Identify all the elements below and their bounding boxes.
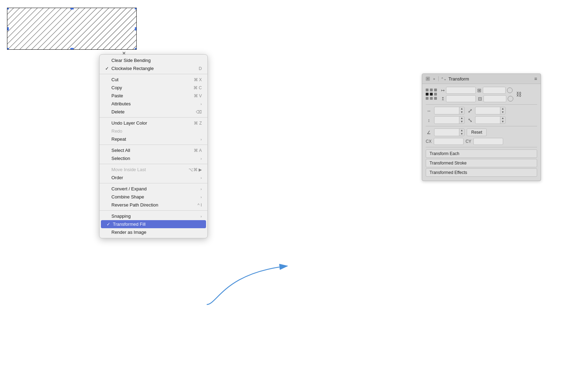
menu-item-right: ⌘ X [194, 77, 202, 82]
menu-item-redo[interactable]: Redo [100, 127, 207, 135]
x-input[interactable]: 850,22 mm [446, 87, 476, 94]
menu-item-reverse-path-direction[interactable]: Reverse Path Direction^ I [100, 201, 207, 209]
selection-handle-br[interactable] [135, 48, 137, 50]
menu-item-convert-expand[interactable]: Convert / Expand› [100, 185, 207, 193]
y-input[interactable]: 470,31 mm [446, 95, 476, 102]
menu-separator [100, 183, 207, 183]
menu-separator [100, 117, 207, 118]
menu-item-right: › [200, 176, 202, 180]
cy-label: CY [466, 139, 472, 144]
scale-y-input[interactable]: -48,34% [434, 117, 459, 123]
menu-item-text: Paste [111, 93, 123, 98]
menu-separator [100, 164, 207, 164]
menu-item-transformed-fill[interactable]: ✓Transformed Fill [101, 220, 206, 228]
scale-x-input[interactable]: 45,71% [434, 107, 459, 114]
scale-x-down[interactable]: ▼ [459, 111, 464, 114]
selection-handle-tl[interactable] [7, 8, 9, 9]
scale-x-up[interactable]: ▲ [459, 107, 464, 111]
panel-header: × » ⌃⌄ Transform ≡ [422, 74, 541, 84]
cx-input[interactable]: 850,22 mm [434, 138, 464, 145]
selection-handle-bm[interactable] [70, 48, 74, 50]
anchor-dot-6[interactable] [426, 97, 429, 100]
selection-handle-ml[interactable] [7, 27, 9, 30]
w-input[interactable]: 46,36 mm [483, 87, 506, 94]
menu-item-clockwise-rectangle[interactable]: ✓Clockwise RectangleD [100, 64, 207, 72]
angle-icon: ∠ [426, 130, 432, 135]
scale-y-up[interactable]: ▲ [459, 117, 464, 120]
anchor-dot-1[interactable] [430, 89, 433, 91]
menu-item-paste[interactable]: Paste⌘ V [100, 92, 207, 100]
menu-item-check-clockwise-rectangle: ✓ [105, 66, 110, 71]
anchor-dot-2[interactable] [434, 89, 437, 91]
menu-item-repeat[interactable]: Repeat› [100, 135, 207, 143]
transform-each-button[interactable]: Transform Each [426, 149, 537, 158]
menu-item-order[interactable]: Order› [100, 174, 207, 182]
angle-spinner[interactable]: ▲ ▼ [459, 129, 464, 136]
skew-x-icon: ⤢ [467, 107, 473, 114]
h-input[interactable]: 14,8 mm [484, 95, 506, 102]
menu-arrow-order: › [200, 176, 202, 180]
reset-button[interactable]: Reset [467, 128, 487, 136]
menu-item-cut[interactable]: Cut⌘ X [100, 76, 207, 84]
hatched-rectangle[interactable] [7, 8, 137, 50]
panel-body: ↦ 850,22 mm ⊞ 46,36 mm ↥ 470,31 mm ⊟ 14,… [422, 84, 541, 181]
skew-x-down[interactable]: ▼ [500, 111, 505, 114]
menu-item-select-all[interactable]: Select All⌘ A [100, 146, 207, 154]
skew-x-up[interactable]: ▲ [500, 107, 505, 111]
panel-menu-icon[interactable]: ≡ [534, 76, 537, 82]
context-menu: Clear Side Bending✓Clockwise RectangleDC… [99, 54, 208, 238]
skew-y-input[interactable]: 0° [475, 117, 500, 123]
selection-handle-mr[interactable] [135, 27, 137, 30]
w-circle-button[interactable] [507, 88, 513, 93]
skew-y-up[interactable]: ▲ [500, 117, 505, 120]
menu-item-clear-side-bending[interactable]: Clear Side Bending [100, 56, 207, 64]
anchor-dot-4[interactable] [430, 93, 433, 96]
anchor-dot-5[interactable] [434, 93, 437, 96]
scale-y-spinner[interactable]: ▲ ▼ [459, 117, 464, 124]
menu-item-attributes[interactable]: Attributes› [100, 100, 207, 108]
menu-shortcut-undo-layer-color: ⌘ Z [194, 121, 202, 126]
skew-x-spinner[interactable]: ▲ ▼ [500, 107, 505, 114]
svg-rect-1 [7, 8, 137, 50]
menu-item-label-convert-expand: Convert / Expand [105, 186, 146, 191]
menu-item-text: Delete [111, 109, 125, 114]
angle-input[interactable]: 0° [434, 129, 459, 135]
h-circle-button[interactable] [508, 96, 513, 102]
menu-item-combine-shape[interactable]: Combine Shape› [100, 193, 207, 201]
skew-x-input[interactable]: 0° [475, 107, 500, 114]
scale-y-down[interactable]: ▼ [459, 120, 464, 124]
y-input-group: ↥ 470,31 mm ⊟ 14,8 mm [441, 95, 513, 102]
menu-item-delete[interactable]: Delete⌫ [100, 108, 207, 116]
menu-item-text: Render as Image [111, 230, 146, 235]
skew-y-down[interactable]: ▼ [500, 120, 505, 124]
selection-handle-bl[interactable] [7, 48, 9, 50]
menu-shortcut-cut: ⌘ X [194, 77, 202, 82]
anchor-dot-8[interactable] [434, 97, 437, 100]
anchor-dot-7[interactable] [430, 97, 433, 100]
menu-item-undo-layer-color[interactable]: Undo Layer Color⌘ Z [100, 119, 207, 127]
anchor-grid[interactable] [426, 89, 438, 100]
angle-up[interactable]: ▲ [459, 129, 464, 132]
transformed-effects-button[interactable]: Transformed Effects [426, 168, 537, 177]
anchor-dot-0[interactable] [426, 89, 429, 91]
anchor-dot-3[interactable] [426, 93, 429, 96]
menu-item-selection[interactable]: Selection› [100, 154, 207, 162]
panel-close-button[interactable]: × [426, 77, 430, 81]
menu-item-label-repeat: Repeat [105, 136, 126, 142]
panel-expand-button[interactable]: » [432, 77, 436, 81]
skew-y-spinner[interactable]: ▲ ▼ [500, 117, 505, 124]
menu-item-snapping[interactable]: Snapping› [100, 212, 207, 220]
menu-item-copy[interactable]: Copy⌘ C [100, 84, 207, 92]
menu-item-render-as-image[interactable]: Render as Image [100, 228, 207, 236]
selection-handle-tr[interactable] [135, 8, 137, 9]
menu-item-move-inside-last[interactable]: Move Inside Last⌥⌘ ▶ [100, 166, 207, 174]
scale-x-spinner[interactable]: ▲ ▼ [459, 107, 464, 114]
menu-item-label-redo: Redo [105, 128, 122, 134]
cy-input[interactable]: 470,31 mm [473, 138, 503, 145]
angle-input-wrapper: 0° ▲ ▼ [434, 128, 465, 136]
selection-handle-tm[interactable] [70, 8, 74, 9]
angle-down[interactable]: ▼ [459, 132, 464, 136]
link-proportions-icon[interactable]: ⛓ [516, 91, 522, 98]
menu-item-right: ⌘ Z [194, 121, 202, 126]
transformed-stroke-button[interactable]: Transformed Stroke [426, 159, 537, 167]
